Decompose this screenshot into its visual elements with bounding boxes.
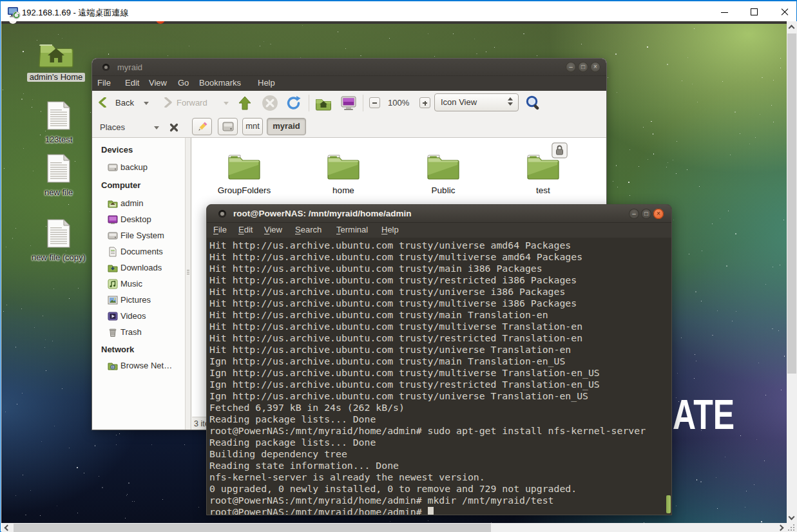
sidebar-header-network: Network xyxy=(92,342,185,358)
star xyxy=(23,148,24,149)
sidebar-item-file-system[interactable]: File System xyxy=(92,228,185,244)
window-menu-icon[interactable] xyxy=(102,64,110,71)
view-mode-select[interactable]: Icon View xyxy=(434,93,519,111)
terminal-minimize-button[interactable]: – xyxy=(629,209,639,219)
scroll-down-icon[interactable] xyxy=(789,514,795,520)
terminal-scrollbar-thumb[interactable] xyxy=(666,495,671,513)
search-button[interactable] xyxy=(525,95,542,111)
star xyxy=(755,137,756,138)
up-button[interactable] xyxy=(238,96,252,111)
star xyxy=(778,330,779,331)
folder-groupfolders[interactable]: GroupFolders xyxy=(206,151,283,195)
terminal-window-menu-icon[interactable] xyxy=(218,210,226,218)
path-crumb-myraid[interactable]: myraid xyxy=(267,118,306,135)
folder-test[interactable]: test xyxy=(504,151,582,195)
fm-maximize-button[interactable]: □ xyxy=(578,62,588,72)
drive-path-button[interactable] xyxy=(218,118,238,135)
fm-menu-go[interactable]: Go xyxy=(178,78,189,88)
sidebar-item-backup[interactable]: backup xyxy=(92,160,185,176)
star xyxy=(25,515,26,516)
sidebar-close-icon[interactable] xyxy=(169,123,178,132)
computer-button[interactable] xyxy=(340,95,357,111)
desktop-icon-123test[interactable]: 123test xyxy=(23,100,94,144)
fm-close-button[interactable]: × xyxy=(590,62,600,72)
desktop-icon-label: 123test xyxy=(23,135,94,144)
path-crumb-mnt[interactable]: mnt xyxy=(242,118,263,135)
star xyxy=(765,395,766,395)
star xyxy=(184,444,185,445)
rdp-maximize-button[interactable] xyxy=(740,3,769,22)
sidebar-item-desktop[interactable]: Desktop xyxy=(92,212,185,228)
folder-home-icon xyxy=(108,198,118,209)
star xyxy=(647,46,648,48)
sidebar-item-browse-net-[interactable]: Browse Net… xyxy=(92,358,185,374)
sidebar-splitter[interactable] xyxy=(186,138,191,430)
sidebar-item-trash[interactable]: Trash xyxy=(92,325,185,341)
back-button[interactable]: Back xyxy=(115,98,134,108)
places-selector[interactable]: Places xyxy=(100,122,125,132)
sidebar-item-admin[interactable]: admin xyxy=(92,196,185,212)
folder-public[interactable]: Public xyxy=(405,151,482,195)
star xyxy=(773,80,774,81)
terminal-maximize-button[interactable]: □ xyxy=(641,209,651,219)
terminal-close-button[interactable]: × xyxy=(653,209,664,219)
zoom-in-button[interactable] xyxy=(419,97,430,108)
star xyxy=(783,220,784,220)
terminal-output[interactable]: Hit http://us.archive.ubuntu.com trusty/… xyxy=(207,238,671,515)
terminal-menu-help[interactable]: Help xyxy=(381,225,399,234)
fm-menu-edit[interactable]: Edit xyxy=(125,78,139,88)
star xyxy=(40,515,41,516)
terminal-titlebar[interactable]: root@PowerNAS: /mnt/myraid/home/admin – … xyxy=(207,205,671,223)
star xyxy=(756,439,757,440)
rdp-vertical-scrollbar[interactable] xyxy=(787,21,797,524)
desktop-icon-new-file[interactable]: new file xyxy=(23,153,94,197)
fm-menu-help[interactable]: Help xyxy=(258,78,275,88)
horizontal-scroll-thumb[interactable] xyxy=(14,524,491,532)
sidebar-item-videos[interactable]: Videos xyxy=(92,309,185,325)
sidebar-item-music[interactable]: Music xyxy=(92,276,185,292)
star xyxy=(260,46,260,46)
home-button[interactable] xyxy=(315,95,332,111)
rdp-titlebar[interactable]: 192.168.1.69 - 遠端桌面連線 xyxy=(1,3,796,21)
terminal-menu-file[interactable]: File xyxy=(213,225,227,234)
star xyxy=(43,316,43,316)
forward-chevron-icon xyxy=(164,97,173,108)
file-manager-titlebar[interactable]: myraid – □ × xyxy=(92,59,606,76)
scroll-up-icon[interactable] xyxy=(789,25,795,32)
terminal-line: Hit http://us.archive.ubuntu.com trusty/… xyxy=(209,344,571,356)
sidebar-item-downloads[interactable]: Downloads xyxy=(92,260,185,276)
zoom-out-button[interactable] xyxy=(369,97,380,108)
sidebar-item-pictures[interactable]: Pictures xyxy=(92,292,185,309)
reload-button[interactable] xyxy=(286,95,302,111)
rdp-minimize-button[interactable] xyxy=(710,3,739,22)
fm-menu-bookmarks[interactable]: Bookmarks xyxy=(199,78,241,88)
forward-dropdown-arrow[interactable] xyxy=(224,102,229,105)
terminal-menu-terminal[interactable]: Terminal xyxy=(336,225,368,234)
forward-button[interactable]: Forward xyxy=(177,98,207,108)
star xyxy=(653,153,655,155)
scroll-left-icon[interactable] xyxy=(5,525,11,531)
terminal-menu-view[interactable]: View xyxy=(264,225,282,234)
stop-button[interactable] xyxy=(262,95,278,111)
rdp-close-button[interactable] xyxy=(770,3,797,22)
resize-grip-icon[interactable] xyxy=(788,524,796,532)
scroll-right-icon[interactable] xyxy=(778,525,784,531)
rdp-horizontal-scrollbar[interactable] xyxy=(1,523,787,532)
desktop-icon-admin-s-home[interactable]: admin's Home xyxy=(21,39,91,82)
back-dropdown-arrow[interactable] xyxy=(144,102,149,105)
terminal-menu-search[interactable]: Search xyxy=(295,225,322,234)
sidebar-item-label: Pictures xyxy=(120,295,151,305)
fm-menu-file[interactable]: File xyxy=(97,78,111,88)
fm-menu-view[interactable]: View xyxy=(149,78,167,88)
desktop-icon-new-file-copy-[interactable]: new file (copy) xyxy=(23,218,94,262)
places-dropdown-arrow[interactable] xyxy=(154,126,159,129)
vertical-scroll-thumb[interactable] xyxy=(787,33,796,374)
star xyxy=(712,223,713,224)
sidebar-item-documents[interactable]: Documents xyxy=(92,244,185,260)
terminal-menu-edit[interactable]: Edit xyxy=(238,225,253,234)
terminal-line: nfs-kernel-server is already the newest … xyxy=(209,471,485,483)
folder-home[interactable]: home xyxy=(305,151,382,195)
fm-minimize-button[interactable]: – xyxy=(566,62,576,72)
pencil-path-button[interactable] xyxy=(192,118,212,135)
sidebar-item-label: Desktop xyxy=(120,214,151,224)
